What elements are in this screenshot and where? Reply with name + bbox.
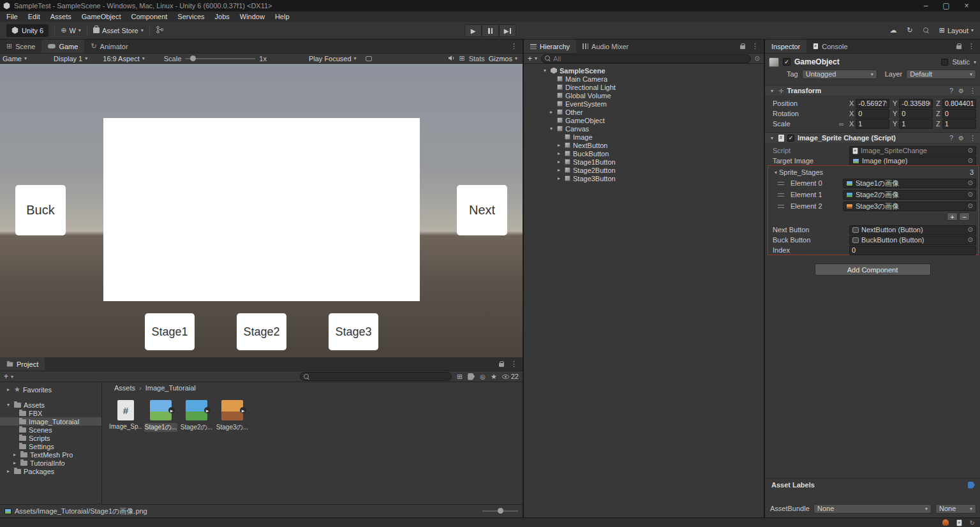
object-picker-icon[interactable]: ⊙: [968, 237, 973, 243]
asset-item-script[interactable]: # Image_Sp...: [109, 400, 142, 430]
menu-gameobject[interactable]: GameObject: [77, 13, 126, 20]
asset-labels-header[interactable]: Asset Labels: [771, 480, 975, 490]
preset-icon[interactable]: ⚙: [958, 135, 964, 142]
step-button[interactable]: ▶: [499, 24, 516, 37]
assetbundle-variant-dropdown[interactable]: None▾: [935, 504, 976, 514]
tab-game[interactable]: Game: [41, 40, 84, 53]
sprite-stages-foldout[interactable]: ▾ Sprite_Stages 3: [768, 167, 976, 177]
gameobject-name[interactable]: GameObject: [794, 57, 937, 66]
sprite-expand-icon[interactable]: ▶: [204, 407, 211, 413]
background-activity-icon[interactable]: ↻: [970, 519, 975, 526]
search-in-packages-icon[interactable]: ⊞: [457, 373, 463, 381]
scale-slider[interactable]: [185, 58, 255, 59]
tree-tutorialinfo[interactable]: ▸ TutorialInfo: [0, 459, 101, 467]
asset-item-stage2[interactable]: ▶ Stage2の...: [180, 400, 213, 432]
display-dropdown[interactable]: Display 1▾: [54, 55, 87, 63]
breadcrumb-folder[interactable]: Image_Tutoraial: [145, 384, 196, 392]
tag-dropdown[interactable]: Untagged▾: [802, 70, 877, 79]
play-focused-dropdown[interactable]: Play Focused▾: [309, 55, 357, 63]
hierarchy-item-eventsystem[interactable]: EventSystem: [524, 100, 764, 108]
version-control-icon[interactable]: [156, 26, 164, 35]
lock-icon[interactable]: [956, 45, 961, 49]
rotation-x-field[interactable]: [856, 109, 889, 119]
hierarchy-search-input[interactable]: [553, 55, 747, 63]
account-dropdown[interactable]: ⊕ W ▾: [61, 26, 81, 34]
buck-button[interactable]: Buck: [15, 185, 66, 235]
position-x-field[interactable]: [856, 99, 889, 108]
panel-menu-icon[interactable]: ⋮: [510, 42, 517, 50]
menu-help[interactable]: Help: [270, 13, 295, 20]
undo-history-icon[interactable]: ↻: [907, 26, 913, 34]
layer-dropdown[interactable]: Default▾: [906, 70, 976, 79]
stage3-button[interactable]: Stage3: [329, 313, 378, 350]
active-checkbox[interactable]: ✓: [783, 58, 791, 66]
menu-file[interactable]: File: [1, 13, 23, 20]
pause-button[interactable]: [482, 24, 499, 37]
gizmos-dropdown[interactable]: Gizmos▾: [489, 55, 517, 63]
add-component-button[interactable]: Add Component: [815, 264, 931, 276]
project-search[interactable]: [300, 372, 452, 381]
capture-icon[interactable]: [366, 56, 372, 61]
object-picker-icon[interactable]: ⊙: [968, 180, 973, 186]
menu-window[interactable]: Window: [235, 13, 270, 20]
position-z-field[interactable]: [942, 99, 976, 108]
buck-button-field[interactable]: BuckButton (Button) ⊙: [849, 235, 976, 245]
aspect-dropdown[interactable]: 16:9 Aspect▾: [103, 55, 145, 63]
static-checkbox[interactable]: [941, 59, 948, 66]
notification-icon[interactable]: [942, 519, 949, 526]
lock-icon[interactable]: [740, 45, 745, 49]
hierarchy-item-directional-light[interactable]: Directional Light: [524, 83, 764, 91]
object-picker-icon[interactable]: ⊙: [968, 203, 973, 209]
tab-animator[interactable]: ↻ Animator: [84, 40, 134, 53]
help-icon[interactable]: ?: [949, 87, 953, 94]
object-picker-icon[interactable]: ⊙: [968, 158, 973, 164]
static-flags-dropdown-icon[interactable]: ▾: [974, 59, 976, 65]
vsync-grid-icon[interactable]: ⊞: [459, 54, 464, 63]
remove-element-button[interactable]: −: [959, 212, 970, 221]
project-search-input[interactable]: [312, 373, 448, 380]
drag-handle-icon[interactable]: [778, 205, 784, 208]
component-menu-icon[interactable]: ⋮: [969, 87, 976, 95]
label-tag-icon[interactable]: [968, 482, 975, 489]
element-2-field[interactable]: Stage3の画像 ⊙: [843, 202, 976, 211]
scale-z-field[interactable]: [942, 119, 976, 129]
unity-version-badge[interactable]: Unity 6: [6, 24, 48, 37]
stats-toggle[interactable]: Stats: [469, 55, 485, 63]
tab-project[interactable]: Project: [0, 357, 45, 371]
scale-x-field[interactable]: [856, 119, 889, 129]
hidden-count[interactable]: 22: [502, 373, 519, 380]
filter-label-icon[interactable]: ◎: [480, 373, 486, 380]
cloud-icon[interactable]: ☁: [890, 26, 897, 34]
gameobject-big-icon[interactable]: [769, 57, 779, 67]
hierarchy-item-stage2button[interactable]: ▸Stage2Button: [524, 166, 764, 174]
object-picker-icon[interactable]: ⊙: [968, 147, 973, 154]
minimize-button[interactable]: –: [916, 0, 936, 11]
thumbnail-size-slider[interactable]: [482, 510, 518, 512]
element-1-field[interactable]: Stage2の画像 ⊙: [843, 190, 976, 200]
create-asset-dropdown[interactable]: +▾: [4, 372, 13, 381]
array-size[interactable]: 3: [970, 168, 974, 176]
tab-hierarchy[interactable]: Hierarchy: [524, 40, 576, 53]
asset-item-stage1[interactable]: ▶ Stage1の...: [144, 400, 177, 432]
panel-menu-icon[interactable]: ⋮: [510, 360, 517, 368]
rotation-z-field[interactable]: [942, 109, 976, 119]
element-0-field[interactable]: Stage1の画像 ⊙: [843, 179, 976, 188]
script-object-field[interactable]: Image_SpriteChange ⊙: [849, 146, 976, 156]
drag-handle-icon[interactable]: [778, 182, 784, 185]
hierarchy-search[interactable]: [541, 54, 751, 63]
component-enabled-checkbox[interactable]: ✓: [787, 135, 794, 142]
menu-component[interactable]: Component: [126, 13, 172, 20]
next-button[interactable]: Next: [457, 185, 507, 235]
panel-menu-icon[interactable]: ⋮: [752, 42, 759, 50]
next-button-field[interactable]: NextButton (Button) ⊙: [849, 225, 976, 235]
hierarchy-item-stage3button[interactable]: ▸Stage3Button: [524, 174, 764, 182]
object-picker-icon[interactable]: ⊙: [968, 191, 973, 198]
hierarchy-item-buckbutton[interactable]: ▸BuckButton: [524, 149, 764, 158]
menu-jobs[interactable]: Jobs: [210, 13, 235, 20]
panel-menu-icon[interactable]: ⋮: [968, 42, 975, 50]
preset-icon[interactable]: ⚙: [958, 87, 964, 94]
sprite-expand-icon[interactable]: ▶: [168, 407, 175, 413]
hierarchy-item-global-volume[interactable]: Global Volume: [524, 91, 764, 100]
asset-item-stage3[interactable]: ▶ Stage3の...: [216, 400, 249, 432]
tree-settings[interactable]: Settings: [0, 442, 101, 450]
